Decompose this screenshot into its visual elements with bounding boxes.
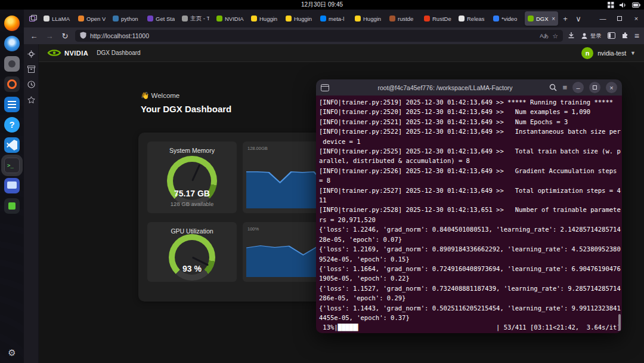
forward-button[interactable]: → [44,32,55,41]
tiling-icon[interactable] [608,2,614,8]
restore-button[interactable] [615,15,624,22]
firefox-view-button[interactable] [26,12,39,25]
tab-label: rustde [398,16,417,22]
tab-label: DGX [536,16,549,22]
tab-favicon [113,16,119,21]
tab[interactable]: Huggin [352,11,385,26]
memory-gauge [167,156,217,206]
tab[interactable]: Open V [75,11,109,26]
card-title: GPU Utilization [147,222,237,235]
vscode-icon[interactable] [4,137,20,153]
tab-label: Huggin [294,16,313,22]
terminal-menu-icon[interactable]: ≡ [562,83,567,92]
terminal-search-icon[interactable] [549,84,557,91]
tab-favicon [251,16,257,21]
terminal-tab-icon[interactable] [321,84,329,91]
tab[interactable]: NVIDIA [213,11,247,26]
tab-active[interactable]: DGX× [525,11,558,26]
translate-icon[interactable]: Aあ [540,32,549,40]
tab[interactable]: Huggin [283,11,316,26]
tab-label: Huggin [363,16,382,22]
memory-subtitle: 128 GB available [147,201,237,207]
tab-favicon [355,16,361,21]
tab[interactable]: RustDe [421,11,454,26]
extensions-icon[interactable] [621,30,628,41]
terminal-title: root@f4c7a45ef776: /workspace/LLaMA-Fact… [352,84,538,91]
clock[interactable]: 12月30日 09:45 [0,1,644,9]
tab[interactable]: Releas [456,11,489,26]
dashboard-header: NVIDIA DGX Dashboard n nvidia-test ▼ [39,44,644,62]
shield-icon[interactable] [80,32,86,40]
downloads-icon[interactable] [568,30,575,41]
settings-gear-icon[interactable]: ⚙ [8,347,16,358]
window-controls: — × [599,15,640,22]
tab-favicon [459,16,465,21]
page-title: Your DGX Dashboard [141,104,231,114]
terminal-icon[interactable] [4,158,20,173]
reload-button[interactable]: ↻ [60,32,70,41]
tab-favicon [389,16,395,21]
software-center-icon[interactable] [4,76,20,92]
new-tab-button[interactable]: + [559,14,571,23]
gpu-value: 93 % [147,264,237,273]
terminal-titlebar[interactable]: root@f4c7a45ef776: /workspace/LLaMA-Fact… [316,79,622,96]
tab-favicon [528,16,534,21]
tab[interactable]: python [110,11,143,26]
blue-browser-icon[interactable] [4,36,20,51]
close-button[interactable]: × [632,15,640,22]
bookmarks-star-icon[interactable] [27,96,35,104]
tab[interactable]: meta-l [317,11,351,26]
tab[interactable]: LLaMA [41,11,74,26]
minimize-button[interactable]: — [599,15,607,22]
menu-button[interactable]: ≡ [634,31,639,41]
url-bar[interactable]: http://localhost:11000 Aあ ☆ [75,30,563,42]
nvidia-logo: NVIDIA [47,48,88,57]
volume-icon[interactable] [620,2,627,8]
tab[interactable]: 主页 - T [179,11,212,26]
remote-desktop-icon[interactable] [4,178,20,193]
terminal-body[interactable]: [INFO|trainer.py:2519] 2025-12-30 01:42:… [316,96,622,333]
tab[interactable]: rustde [386,11,420,26]
tab-favicon [78,16,84,21]
tab-label: RustDe [432,16,451,22]
tab-favicon [216,16,222,21]
bookmark-star-icon[interactable]: ☆ [552,32,558,39]
user-name: nvidia-test [597,50,626,57]
help-viewer-icon[interactable] [4,117,20,133]
tab-label: NVIDIA [225,16,244,22]
terminal-close-button[interactable]: × [606,82,617,93]
terminal-minimize-button[interactable]: – [572,82,584,93]
welcome-text: 👋 Welcome [141,91,179,100]
tab-favicon [44,16,49,21]
tab-bar: LLaMAOpen VpythonGet Sta主页 - TNVIDIAHugg… [24,10,644,27]
brand-name: NVIDIA [64,50,88,57]
tab-favicon [493,16,499,21]
tab[interactable]: Get Sta [144,11,178,26]
account-button[interactable]: 登录 [581,32,602,40]
back-button[interactable]: ← [29,32,39,41]
firefox-browser-icon[interactable] [4,16,20,31]
toolbar-right: 登录 ≡ [568,30,639,41]
archive-icon[interactable] [27,66,35,73]
system-memory-card: System Memory 75.17 GB 128 GB available [147,141,237,213]
list-all-tabs-button[interactable]: ∨ [572,14,584,23]
tab-favicon [182,16,188,21]
tools-icon[interactable] [27,50,35,58]
memory-value: 75.17 GB [147,189,237,198]
screenshot-tool-icon[interactable] [4,56,20,72]
tab[interactable]: *video [490,11,524,26]
gnome-boxes-icon[interactable] [4,198,20,214]
terminal-maximize-button[interactable] [589,82,600,93]
user-avatar[interactable]: n [581,47,593,59]
text-editor-icon[interactable] [4,97,20,112]
terminal-scrollbar[interactable] [618,314,621,331]
url-text: http://localhost:11000 [90,32,149,39]
user-menu[interactable]: n nvidia-test ▼ [581,47,636,59]
tab-close-button[interactable]: × [552,16,555,22]
terminal-output: [INFO|trainer.py:2519] 2025-12-30 01:42:… [319,97,619,333]
sidebar-panel-icon[interactable] [608,30,615,41]
tab[interactable]: Huggin [248,11,281,26]
history-icon[interactable] [27,81,35,88]
battery-icon[interactable] [632,2,640,8]
system-top-bar: 12月30日 09:45 [0,0,644,10]
